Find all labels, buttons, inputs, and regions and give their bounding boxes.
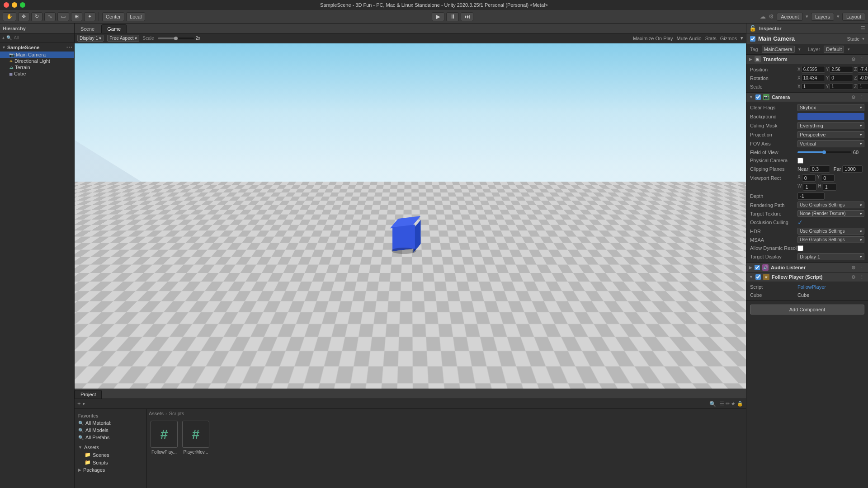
viewport-x-input[interactable]: [802, 174, 816, 182]
viewport-h-input[interactable]: [823, 183, 836, 191]
msaa-dropdown[interactable]: Use Graphics Settings ▾: [797, 236, 864, 243]
hierarchy-item-directional-light[interactable]: ☀ Directional Light: [0, 58, 74, 64]
clear-flags-dropdown[interactable]: Skybox ▾: [797, 104, 864, 111]
mute-audio-button[interactable]: Mute Audio: [677, 36, 702, 41]
layout-button[interactable]: Layout: [842, 13, 865, 21]
packages-folder[interactable]: ▶ Packages: [76, 466, 145, 474]
hierarchy-item-terrain[interactable]: ⛰ Terrain: [0, 64, 74, 70]
hand-tool-button[interactable]: ✋: [3, 12, 16, 21]
camera-settings-btn[interactable]: ⚙: [850, 94, 857, 100]
audio-listener-checkbox[interactable]: [755, 265, 760, 270]
hierarchy-item-main-camera[interactable]: 📷 Main Camera: [0, 52, 74, 58]
project-tab[interactable]: Project: [75, 390, 102, 399]
maximize-on-play-button[interactable]: Maximize On Play: [633, 36, 673, 41]
pos-z-input[interactable]: [858, 66, 868, 73]
fav-all-prefabs[interactable]: 🔍 All Prefabs: [76, 434, 145, 441]
close-button[interactable]: [4, 2, 9, 8]
custom-tool-button[interactable]: ✦: [84, 12, 95, 21]
follow-player-comp-header[interactable]: ▼ # Follow Player (Script) ⚙ ⋮: [746, 272, 868, 282]
asset-item-followplay[interactable]: # FollowPlay...: [151, 421, 178, 455]
hierarchy-add-button[interactable]: +: [2, 35, 5, 41]
viewport-y-input[interactable]: [821, 174, 835, 182]
display-dropdown[interactable]: Display 1 ▾: [77, 35, 104, 42]
follow-player-checkbox[interactable]: [755, 274, 761, 280]
asset-item-playermov[interactable]: # PlayerMov...: [182, 421, 209, 455]
layer-value[interactable]: Default: [824, 46, 844, 53]
pos-y-input[interactable]: [830, 66, 853, 73]
object-active-checkbox[interactable]: [750, 36, 755, 42]
assets-folder[interactable]: ▼ Assets: [76, 444, 145, 451]
scale-y-input[interactable]: [830, 83, 853, 90]
scale-slider-track[interactable]: [158, 38, 194, 39]
bottom-add-dropdown[interactable]: ▾: [83, 402, 85, 406]
minimize-button[interactable]: [12, 2, 17, 8]
account-button[interactable]: Account: [777, 13, 803, 21]
maximize-button[interactable]: [20, 2, 25, 8]
camera-more-btn[interactable]: ⋮: [859, 94, 865, 100]
target-display-dropdown[interactable]: Display 1 ▾: [797, 253, 864, 260]
fov-axis-dropdown[interactable]: Vertical ▾: [797, 140, 864, 147]
static-dropdown-icon[interactable]: ▾: [862, 36, 864, 41]
stats-button[interactable]: Stats: [705, 36, 717, 41]
rotate-tool-button[interactable]: ↻: [31, 12, 42, 21]
hierarchy-item-cube[interactable]: ◼ Cube: [0, 70, 74, 77]
center-button[interactable]: Center: [102, 12, 124, 21]
fav-all-models[interactable]: 🔍 All Models: [76, 427, 145, 434]
bottom-add-button[interactable]: +: [77, 400, 81, 407]
hdr-dropdown[interactable]: Use Graphics Settings ▾: [797, 228, 864, 235]
step-button[interactable]: ⏭: [461, 12, 473, 21]
audio-listener-comp-header[interactable]: ▶ 🔊 Audio Listener ⚙ ⋮: [746, 263, 868, 272]
viewport-w-input[interactable]: [803, 183, 816, 191]
rendering-path-dropdown[interactable]: Use Graphics Settings ▾: [797, 202, 864, 208]
transform-tool-button[interactable]: ⊞: [71, 12, 82, 21]
local-button[interactable]: Local: [126, 12, 145, 21]
scene-tab[interactable]: Scene: [75, 24, 100, 33]
scale-z-input[interactable]: [858, 83, 868, 90]
fov-slider-thumb[interactable]: [822, 150, 826, 154]
scene-options-icon[interactable]: ⋯: [66, 44, 72, 51]
culling-mask-dropdown[interactable]: Everything ▾: [797, 122, 864, 129]
rot-y-input[interactable]: [830, 75, 853, 81]
aspect-dropdown[interactable]: Free Aspect ▾: [107, 35, 139, 42]
allow-dynamic-checkbox[interactable]: [797, 245, 803, 251]
inspector-lock-icon[interactable]: 🔓: [749, 25, 756, 32]
add-component-button[interactable]: Add Component: [750, 305, 864, 314]
scenes-folder[interactable]: 📁 Scenes: [83, 451, 145, 459]
tag-value[interactable]: MainCamera: [762, 46, 795, 53]
fov-slider-track[interactable]: [797, 151, 851, 153]
follow-player-more-btn[interactable]: ⋮: [859, 274, 865, 280]
audio-settings-btn[interactable]: ⚙: [850, 265, 857, 271]
far-input[interactable]: [842, 165, 863, 173]
script-value[interactable]: FollowPlayer: [797, 284, 826, 290]
follow-player-settings-btn[interactable]: ⚙: [850, 274, 857, 280]
transform-more-btn[interactable]: ⋮: [859, 56, 865, 62]
hierarchy-scene-item[interactable]: ▼ SampleScene ⋯: [0, 43, 74, 52]
projection-dropdown[interactable]: Perspective ▾: [797, 131, 864, 138]
scripts-folder[interactable]: 📁 Scripts: [83, 459, 145, 466]
physical-camera-checkbox[interactable]: [797, 158, 803, 164]
background-color-swatch[interactable]: [797, 113, 864, 120]
target-texture-dropdown[interactable]: None (Render Texture) ▾: [797, 210, 864, 217]
gizmos-dropdown-arrow[interactable]: ▾: [741, 35, 743, 41]
fav-all-materials[interactable]: 🔍 All Material:: [76, 419, 145, 427]
audio-more-btn[interactable]: ⋮: [859, 265, 865, 271]
rot-x-input[interactable]: [802, 75, 825, 81]
scale-slider-thumb[interactable]: [174, 37, 178, 40]
transform-comp-header[interactable]: ▶ ⊞ Transform ⚙ ⋮: [746, 55, 868, 64]
camera-enabled-checkbox[interactable]: [755, 94, 761, 100]
rot-z-input[interactable]: [858, 75, 868, 81]
play-button[interactable]: ▶: [432, 12, 444, 21]
scale-tool-button[interactable]: ⤡: [44, 12, 56, 21]
inspector-menu-icon[interactable]: ☰: [860, 25, 865, 32]
game-tab[interactable]: Game: [101, 24, 127, 33]
gizmos-button[interactable]: Gizmos: [720, 36, 737, 41]
pause-button[interactable]: ⏸: [446, 12, 459, 21]
scale-x-input[interactable]: [802, 83, 825, 90]
transform-settings-btn[interactable]: ⚙: [850, 56, 857, 62]
pos-x-input[interactable]: [802, 66, 825, 73]
depth-input[interactable]: [797, 192, 825, 200]
move-tool-button[interactable]: ✥: [18, 12, 29, 21]
near-input[interactable]: [810, 165, 830, 173]
camera-comp-header[interactable]: ▼ 📷 Camera ⚙ ⋮: [746, 93, 868, 102]
rect-tool-button[interactable]: ▭: [57, 12, 69, 21]
